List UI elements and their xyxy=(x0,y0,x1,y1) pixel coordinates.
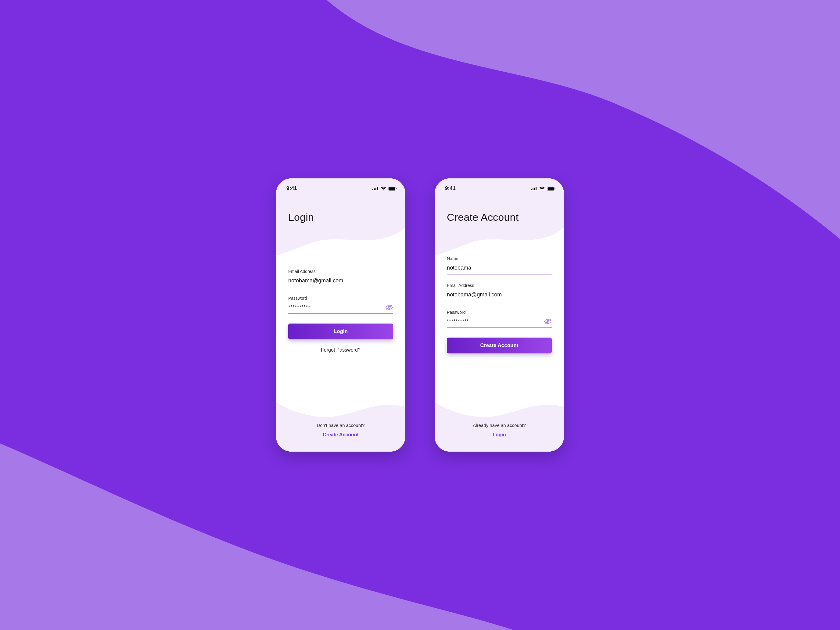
email-label: Email Address xyxy=(447,283,552,288)
svg-rect-12 xyxy=(534,188,535,191)
svg-rect-7 xyxy=(396,188,397,189)
footer-prompt: Already have an account? xyxy=(435,423,564,428)
svg-rect-15 xyxy=(548,187,554,189)
svg-rect-2 xyxy=(374,188,375,190)
email-field-group: Email Address xyxy=(447,283,552,301)
login-button[interactable]: Login xyxy=(288,324,393,339)
password-input[interactable]: ********** xyxy=(288,305,383,310)
battery-icon xyxy=(547,186,556,191)
svg-rect-4 xyxy=(377,187,378,190)
svg-rect-11 xyxy=(532,188,534,190)
email-label: Email Address xyxy=(288,269,393,274)
status-time: 9:41 xyxy=(286,185,297,191)
name-input[interactable] xyxy=(447,264,552,272)
footer-prompt: Don't have an account? xyxy=(276,423,405,428)
svg-rect-13 xyxy=(535,187,537,190)
password-input[interactable]: ********** xyxy=(447,319,542,324)
status-bar: 9:41 xyxy=(435,178,564,193)
signup-screen: 9:41 Create Account Name xyxy=(435,178,564,452)
password-label: Password xyxy=(447,310,552,315)
forgot-password-link[interactable]: Forgot Password? xyxy=(288,347,393,353)
svg-rect-10 xyxy=(531,189,532,190)
password-field-group: Password ********** xyxy=(447,310,552,328)
name-field-group: Name xyxy=(447,256,552,275)
email-input[interactable] xyxy=(447,291,552,298)
cellular-signal-icon xyxy=(373,186,379,190)
signup-form: Name Email Address Password ********** xyxy=(435,256,564,354)
login-link[interactable]: Login xyxy=(493,432,506,437)
status-icons xyxy=(373,186,397,191)
wifi-icon xyxy=(381,186,386,191)
cellular-signal-icon xyxy=(531,186,537,190)
page-title: Create Account xyxy=(435,193,564,223)
status-bar: 9:41 xyxy=(276,178,405,193)
name-label: Name xyxy=(447,256,552,261)
status-icons xyxy=(531,186,556,191)
page-title: Login xyxy=(276,193,405,223)
svg-rect-6 xyxy=(389,187,395,189)
toggle-password-visibility-button[interactable] xyxy=(542,318,552,325)
email-input[interactable] xyxy=(288,277,393,284)
email-field-group: Email Address xyxy=(288,269,393,287)
password-field-group: Password ********** xyxy=(288,296,393,314)
password-label: Password xyxy=(288,296,393,301)
eye-off-icon xyxy=(385,304,393,310)
login-form: Email Address Password ********** xyxy=(276,269,405,353)
create-account-link[interactable]: Create Account xyxy=(323,432,359,437)
svg-rect-16 xyxy=(555,188,556,189)
toggle-password-visibility-button[interactable] xyxy=(383,304,393,311)
battery-icon xyxy=(388,186,397,191)
svg-rect-3 xyxy=(376,188,376,191)
status-time: 9:41 xyxy=(445,185,456,191)
create-account-button[interactable]: Create Account xyxy=(447,338,552,354)
svg-rect-1 xyxy=(373,189,373,190)
eye-off-icon xyxy=(544,318,552,324)
login-screen: 9:41 Login Email Address xyxy=(276,178,405,452)
wifi-icon xyxy=(539,186,545,191)
